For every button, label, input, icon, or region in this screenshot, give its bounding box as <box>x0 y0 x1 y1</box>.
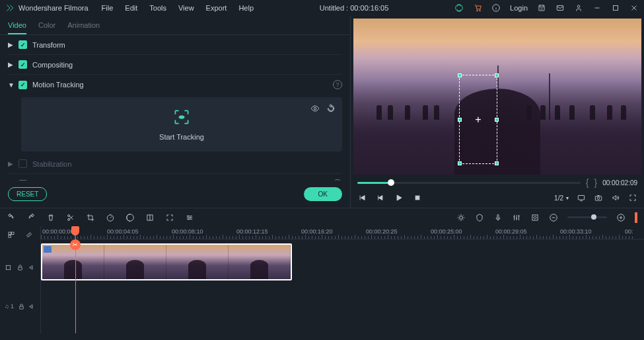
reset-button[interactable]: RESET <box>8 187 47 201</box>
zoom-thumb[interactable] <box>591 214 596 220</box>
tracker-handle[interactable] <box>458 161 462 165</box>
marker-icon[interactable] <box>475 213 484 222</box>
track-lock-icon[interactable] <box>18 303 25 310</box>
chroma-key-row[interactable]: Chroma Key ? <box>8 174 342 181</box>
track-lock-icon[interactable] <box>17 264 24 271</box>
tracker-handle[interactable] <box>495 118 499 122</box>
zoom-ratio-select[interactable]: 1/2▾ <box>554 194 569 202</box>
motion-tracker-box[interactable]: + <box>459 75 497 164</box>
motion-tracking-checkbox[interactable] <box>18 81 27 89</box>
expand-arrow-icon[interactable] <box>8 61 18 68</box>
scrub-thumb[interactable] <box>388 179 394 186</box>
maximize-icon[interactable] <box>611 3 620 13</box>
playhead-split-icon[interactable] <box>70 239 81 250</box>
undo-icon[interactable] <box>7 213 16 222</box>
message-icon[interactable] <box>555 3 565 13</box>
mark-out-icon[interactable]: } <box>594 177 597 188</box>
mixer-icon[interactable] <box>512 213 521 222</box>
support-icon[interactable] <box>454 3 464 13</box>
menu-tools[interactable]: Tools <box>149 4 166 12</box>
menu-edit[interactable]: Edit <box>125 4 137 12</box>
keyframe-icon[interactable] <box>530 213 540 222</box>
fullscreen-icon[interactable] <box>628 193 637 202</box>
menu-view[interactable]: View <box>178 4 194 12</box>
zoom-in-icon[interactable] <box>616 213 626 222</box>
tab-animation[interactable]: Animation <box>67 21 100 34</box>
panel-tabs: Video Color Animation <box>0 16 350 35</box>
close-icon[interactable] <box>629 3 639 13</box>
color-icon[interactable] <box>125 213 135 222</box>
menu-export[interactable]: Export <box>206 4 227 12</box>
audio-track[interactable] <box>41 294 644 311</box>
ok-button[interactable]: OK <box>304 187 342 201</box>
compositing-checkbox[interactable] <box>18 60 27 69</box>
motion-tracking-row[interactable]: Motion Tracking ? <box>8 75 342 95</box>
tracker-handle[interactable] <box>458 73 462 77</box>
playhead[interactable] <box>75 226 76 333</box>
profile-icon[interactable] <box>574 3 583 13</box>
video-track[interactable] <box>41 243 644 283</box>
volume-icon[interactable] <box>611 193 620 202</box>
tracker-handle[interactable] <box>458 118 462 122</box>
split-icon[interactable] <box>66 213 75 222</box>
stabilization-checkbox[interactable] <box>18 159 27 168</box>
video-clip[interactable] <box>41 243 292 280</box>
play-icon[interactable] <box>394 193 404 202</box>
green-screen-icon[interactable] <box>145 213 155 222</box>
reset-loop-icon[interactable] <box>326 104 336 113</box>
adjust-icon[interactable] <box>185 213 194 222</box>
track-manager-icon[interactable] <box>7 231 15 239</box>
timeline-ruler[interactable]: 00:00:00:00 00:00:04:05 00:00:08:10 00:0… <box>41 226 644 239</box>
transform-checkbox[interactable] <box>18 40 27 49</box>
playback-controls: 1/2▾ <box>353 191 641 205</box>
collapse-arrow-icon[interactable] <box>8 81 18 89</box>
crop-icon[interactable] <box>86 213 95 222</box>
preview-scrubber: { } 00:00:02:09 <box>353 175 641 191</box>
link-icon[interactable] <box>25 231 33 239</box>
start-tracking-icon[interactable] <box>172 108 191 126</box>
zoom-slider[interactable] <box>567 216 607 218</box>
mark-in-icon[interactable]: { <box>586 177 589 188</box>
menu-file[interactable]: File <box>102 4 114 12</box>
preview-viewport[interactable]: + <box>353 19 641 175</box>
track-target-icon[interactable] <box>5 264 12 271</box>
redo-icon[interactable] <box>26 213 36 222</box>
voiceover-icon[interactable] <box>493 213 503 222</box>
start-tracking-label[interactable]: Start Tracking <box>159 133 204 141</box>
prev-frame-icon[interactable] <box>376 193 385 202</box>
cart-icon[interactable] <box>473 3 482 13</box>
track-mute-icon[interactable] <box>28 303 36 310</box>
info-icon[interactable] <box>491 3 501 13</box>
playhead-handle[interactable] <box>71 226 79 235</box>
delete-icon[interactable] <box>46 213 55 222</box>
tab-color[interactable]: Color <box>38 21 55 34</box>
minimize-icon[interactable] <box>592 3 602 13</box>
expand-icon[interactable] <box>165 213 174 222</box>
tab-video[interactable]: Video <box>8 21 26 34</box>
transform-row[interactable]: Transform <box>8 35 342 55</box>
app-logo-icon <box>5 3 15 13</box>
tracker-center-icon[interactable]: + <box>475 114 481 126</box>
step-back-icon[interactable] <box>357 193 367 202</box>
scrub-track[interactable] <box>357 182 581 184</box>
compositing-row[interactable]: Compositing <box>8 55 342 75</box>
snapshot-icon[interactable] <box>594 193 603 202</box>
render-icon[interactable] <box>456 213 466 222</box>
svg-rect-7 <box>614 6 618 11</box>
menu-help[interactable]: Help <box>238 4 254 12</box>
stop-icon[interactable] <box>413 193 422 202</box>
tracker-handle[interactable] <box>495 161 499 165</box>
expand-arrow-icon[interactable] <box>8 41 18 48</box>
save-icon[interactable] <box>537 3 546 13</box>
zoom-out-icon[interactable] <box>549 213 558 222</box>
expand-arrow-icon[interactable] <box>8 160 18 167</box>
login-button[interactable]: Login <box>510 4 528 12</box>
display-icon[interactable] <box>577 193 586 202</box>
visibility-icon[interactable] <box>310 104 320 113</box>
svg-point-13 <box>597 197 600 200</box>
track-mute-icon[interactable] <box>28 264 36 271</box>
timeline-tracks[interactable]: 00:00:00:00 00:00:04:05 00:00:08:10 00:0… <box>41 226 644 333</box>
tracker-handle[interactable] <box>495 73 499 77</box>
speed-icon[interactable] <box>106 213 115 222</box>
help-icon[interactable]: ? <box>333 80 342 89</box>
